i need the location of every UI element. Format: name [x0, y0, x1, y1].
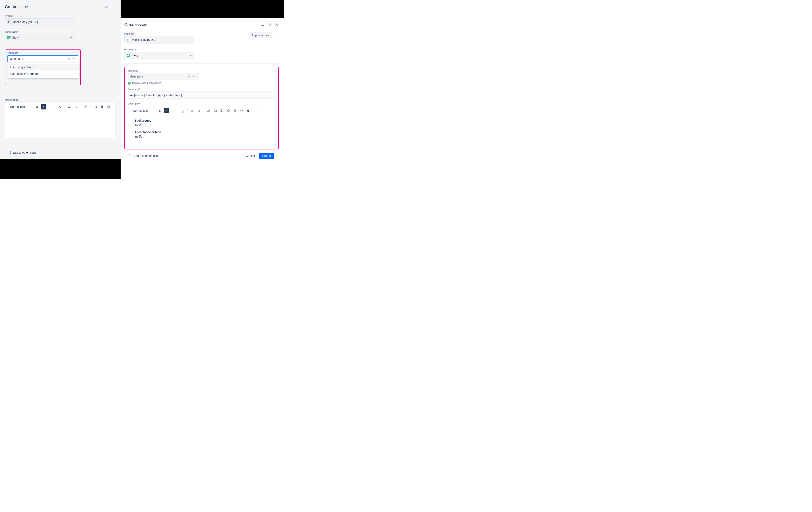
emoji-icon[interactable]: [226, 108, 231, 113]
text-style-select[interactable]: Normal text: [8, 104, 30, 110]
svg-rect-31: [192, 110, 193, 110]
create-another-checkbox[interactable]: [5, 151, 8, 154]
chevron-down-icon: [69, 36, 73, 39]
chevron-down-icon: [72, 57, 76, 60]
bold-icon[interactable]: B: [157, 108, 163, 113]
numbered-list-icon[interactable]: 123: [196, 108, 202, 113]
info-icon[interactable]: [245, 108, 251, 113]
table-icon[interactable]: [232, 108, 238, 113]
svg-point-26: [274, 35, 275, 36]
issuetype-select[interactable]: Story: [5, 34, 75, 41]
clear-icon[interactable]: [187, 75, 191, 78]
bullet-list-icon[interactable]: [190, 108, 195, 113]
text-color-icon[interactable]: A: [180, 108, 185, 113]
template-select[interactable]: User story: [7, 55, 78, 62]
svg-point-34: [191, 111, 192, 112]
collapse-icon[interactable]: [105, 5, 109, 9]
description-editor[interactable]: Normal text B I ··· A 123 @: [127, 106, 276, 146]
create-another-label: Create another issue: [9, 151, 36, 154]
dropdown-option[interactable]: User story in Polish: [7, 64, 79, 70]
clear-icon[interactable]: [68, 57, 71, 60]
svg-rect-6: [69, 106, 70, 106]
chevron-down-icon: [192, 75, 196, 78]
svg-point-7: [68, 107, 69, 107]
description-editor[interactable]: Normal text B I ··· A 123 @: [5, 102, 116, 138]
svg-point-30: [191, 110, 192, 110]
insert-icon[interactable]: +: [252, 108, 261, 113]
bold-icon[interactable]: B: [34, 104, 39, 110]
svg-point-44: [227, 110, 229, 112]
svg-point-32: [191, 111, 192, 111]
chevron-down-icon: [69, 21, 73, 24]
create-another-label: Create another issue: [133, 154, 160, 157]
italic-icon[interactable]: I: [41, 104, 46, 110]
bullet-list-icon[interactable]: [67, 104, 72, 110]
cancel-button[interactable]: Cancel: [243, 153, 257, 159]
project-select[interactable]: Mobile Dev (MOBL): [124, 36, 194, 43]
mention-icon[interactable]: @: [99, 104, 105, 110]
svg-point-28: [277, 35, 277, 36]
create-button[interactable]: Create: [259, 153, 274, 159]
dialog-header-right: Create issue: [124, 22, 279, 27]
image-icon[interactable]: [93, 104, 98, 110]
template-value: User story: [10, 57, 23, 60]
template-highlight-box: Template User story User story in Polish…: [5, 50, 81, 85]
code-icon[interactable]: [239, 108, 244, 113]
project-value: Mobile Dev (MOBL): [132, 38, 157, 41]
summary-input[interactable]: [127, 92, 276, 99]
template-dropdown[interactable]: User story in Polish User story in Germa…: [7, 63, 79, 78]
emoji-icon[interactable]: [106, 104, 111, 110]
summary-label: Summary*: [127, 88, 276, 91]
template-select[interactable]: User story: [127, 73, 198, 80]
story-icon: [126, 54, 130, 57]
dialog-footer: Create another issue Cancel Create: [124, 149, 279, 161]
issuetype-label: Issue type*: [5, 30, 116, 33]
collapse-icon[interactable]: [267, 23, 272, 27]
link-icon[interactable]: [83, 104, 88, 110]
svg-rect-24: [127, 39, 128, 41]
project-label: Project*: [5, 14, 116, 18]
dialog-header-left: Create issue: [5, 4, 116, 9]
more-actions-icon[interactable]: [273, 32, 279, 38]
editor-content[interactable]: Background To fill... Acceptance criteri…: [128, 115, 275, 146]
dropdown-option[interactable]: User story in German: [7, 70, 79, 77]
numbered-list-icon[interactable]: 123: [74, 104, 79, 110]
heading-text: Background: [135, 119, 268, 122]
svg-rect-41: [199, 111, 200, 112]
description-label: Description: [127, 102, 276, 105]
project-select[interactable]: Mobile Dev (MOBL): [5, 18, 75, 26]
svg-point-9: [68, 107, 69, 108]
import-issues-button[interactable]: Import issues: [250, 32, 272, 38]
create-another-checkbox[interactable]: [128, 154, 131, 157]
svg-rect-8: [69, 107, 70, 107]
close-icon[interactable]: [112, 5, 116, 9]
svg-text:3: 3: [75, 107, 75, 108]
italic-icon[interactable]: I: [164, 108, 169, 113]
svg-rect-14: [76, 107, 77, 107]
text-color-icon[interactable]: A: [57, 104, 62, 110]
svg-point-19: [107, 106, 110, 108]
left-footer: Create another issue: [5, 151, 36, 154]
project-value: Mobile Dev (MOBL): [12, 21, 38, 24]
svg-rect-35: [192, 111, 193, 112]
dialog-title: Create issue: [5, 4, 28, 9]
minimize-icon[interactable]: [261, 23, 265, 27]
link-icon[interactable]: [206, 108, 211, 113]
project-icon: [126, 38, 130, 42]
mention-icon[interactable]: @: [219, 108, 225, 113]
issuetype-select[interactable]: Story: [124, 52, 194, 59]
template-applied-highlight: Template User story Templa: [124, 67, 279, 149]
more-formatting-icon[interactable]: ···: [170, 108, 176, 113]
check-icon: [127, 82, 130, 85]
issuetype-label: Issue type*: [124, 48, 279, 51]
divider: [5, 46, 116, 46]
close-icon[interactable]: [274, 23, 279, 27]
text-style-select[interactable]: Normal text: [131, 108, 153, 113]
description-label: Description: [5, 98, 116, 101]
image-icon[interactable]: [212, 108, 218, 113]
chevron-down-icon: [189, 54, 192, 57]
black-bar: [121, 0, 284, 18]
story-icon: [7, 36, 10, 39]
minimize-icon[interactable]: [97, 5, 102, 9]
more-formatting-icon[interactable]: ···: [48, 104, 53, 110]
